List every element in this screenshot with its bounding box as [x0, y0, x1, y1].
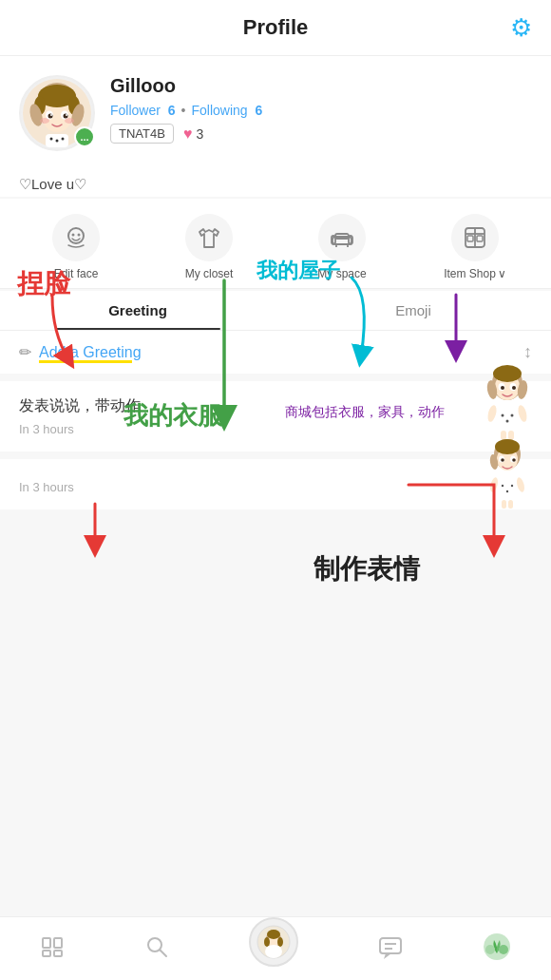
nav-icons: Edit face My closet My space — [0, 199, 551, 289]
following-link[interactable]: Following 6 — [192, 103, 263, 118]
heart-count: ♥ 3 — [183, 125, 203, 143]
svg-point-10 — [48, 114, 53, 119]
nav-item-item-shop[interactable]: Item Shop ∨ — [408, 214, 542, 280]
svg-point-11 — [64, 114, 68, 119]
svg-point-13 — [66, 114, 67, 116]
post-text-1: 发表说说，带动作 — [19, 396, 532, 416]
my-closet-icon — [185, 214, 233, 261]
love-text: ♡Love u♡ — [0, 166, 551, 197]
post-avatar-1 — [479, 366, 536, 442]
post-figure-1 — [479, 356, 536, 442]
item-shop-label: Item Shop ∨ — [444, 267, 506, 280]
avatar[interactable]: ... — [19, 75, 95, 151]
nav-item-edit-face[interactable]: Edit face — [10, 214, 142, 280]
heart-icon: ♥ — [183, 125, 193, 143]
post-card-2: In 3 hours — [0, 459, 551, 509]
svg-rect-67 — [43, 938, 50, 948]
svg-point-84 — [485, 945, 495, 954]
bottom-nav-feed[interactable] — [40, 934, 65, 959]
post-figure-2 — [482, 433, 534, 509]
svg-line-72 — [161, 951, 167, 957]
my-space-label: My space — [317, 267, 366, 280]
svg-point-50 — [512, 386, 516, 390]
svg-point-14 — [40, 118, 49, 124]
edit-face-label: Edit face — [54, 267, 99, 280]
follow-dot: • — [181, 103, 186, 118]
edit-face-icon — [52, 214, 100, 261]
my-space-icon — [318, 214, 366, 261]
page-title: Profile — [243, 15, 308, 40]
follow-line: Follower 6 • Following 6 — [110, 103, 532, 118]
svg-rect-69 — [43, 951, 50, 956]
svg-point-12 — [50, 114, 52, 116]
svg-point-39 — [494, 401, 521, 435]
username: Gillooo — [110, 75, 532, 97]
feed-icon — [40, 934, 65, 959]
tabs-section: Greeting Emoji ✏ Add a Greeting ↕ — [0, 291, 551, 374]
svg-point-15 — [65, 118, 74, 124]
tab-emoji[interactable]: Emoji — [276, 291, 551, 330]
following-count: 6 — [256, 103, 263, 118]
chat-icon — [378, 934, 403, 959]
shop-icon-svg — [462, 224, 488, 251]
svg-point-85 — [499, 945, 508, 954]
center-avatar-icon — [256, 925, 291, 959]
add-greeting-left: ✏ Add a Greeting — [19, 343, 142, 361]
bottom-nav-search[interactable] — [144, 934, 169, 959]
svg-point-49 — [501, 386, 504, 390]
svg-rect-68 — [54, 938, 62, 948]
sofa-icon-svg — [329, 224, 355, 251]
svg-point-22 — [78, 234, 81, 237]
my-closet-label: My closet — [185, 267, 234, 280]
bottom-nav-chat[interactable] — [378, 934, 403, 959]
svg-point-66 — [512, 458, 516, 462]
nav-item-my-closet[interactable]: My closet — [142, 214, 276, 280]
svg-point-79 — [265, 945, 282, 958]
add-greeting-row: ✏ Add a Greeting ↕ — [0, 331, 551, 374]
bottom-nav-more[interactable] — [483, 932, 511, 961]
tabs-row: Greeting Emoji — [0, 291, 551, 331]
svg-point-41 — [506, 420, 509, 423]
svg-rect-33 — [477, 236, 483, 241]
svg-point-21 — [72, 234, 75, 237]
follower-link[interactable]: Follower 6 — [110, 103, 176, 118]
gear-icon[interactable]: ⚙ — [510, 13, 532, 43]
svg-point-17 — [50, 138, 53, 141]
post-avatar-2 — [479, 433, 536, 509]
nav-item-my-space[interactable]: My space — [276, 214, 408, 280]
profile-badges: TNAT4B ♥ 3 — [110, 124, 532, 144]
svg-rect-32 — [467, 236, 473, 241]
svg-point-78 — [277, 937, 283, 947]
item-shop-icon — [451, 214, 499, 261]
profile-top: ... Gillooo Follower 6 • Following 6 TNA… — [19, 75, 532, 151]
svg-point-56 — [501, 485, 503, 487]
bottom-nav — [0, 916, 551, 980]
tab-greeting[interactable]: Greeting — [0, 291, 276, 330]
svg-point-57 — [505, 490, 507, 492]
profile-section: ... Gillooo Follower 6 • Following 6 TNA… — [0, 56, 551, 166]
svg-rect-80 — [380, 938, 401, 953]
svg-point-77 — [264, 937, 270, 947]
svg-point-18 — [56, 140, 59, 143]
svg-point-65 — [501, 458, 504, 462]
svg-point-58 — [510, 485, 512, 487]
bottom-nav-avatar[interactable] — [249, 917, 298, 967]
profile-info: Gillooo Follower 6 • Following 6 TNAT4B … — [110, 75, 532, 144]
search-icon — [144, 934, 169, 959]
post-time-2: In 3 hours — [19, 480, 532, 494]
svg-rect-70 — [54, 951, 62, 956]
svg-point-42 — [511, 414, 514, 417]
plant-icon — [483, 932, 511, 961]
svg-point-53 — [495, 439, 520, 454]
add-greeting-button[interactable]: Add a Greeting — [39, 344, 142, 361]
post-time-1: In 3 hours — [19, 422, 532, 436]
post-card-1: 发表说说，带动作 In 3 hours — [0, 381, 551, 452]
header: Profile ⚙ — [0, 0, 551, 56]
online-badge: ... — [74, 126, 95, 147]
face-icon-svg — [63, 224, 89, 251]
svg-rect-61 — [502, 500, 506, 509]
pencil-icon: ✏ — [19, 343, 31, 361]
follower-count: 6 — [168, 103, 176, 118]
svg-rect-62 — [508, 500, 513, 509]
svg-point-38 — [493, 365, 522, 382]
